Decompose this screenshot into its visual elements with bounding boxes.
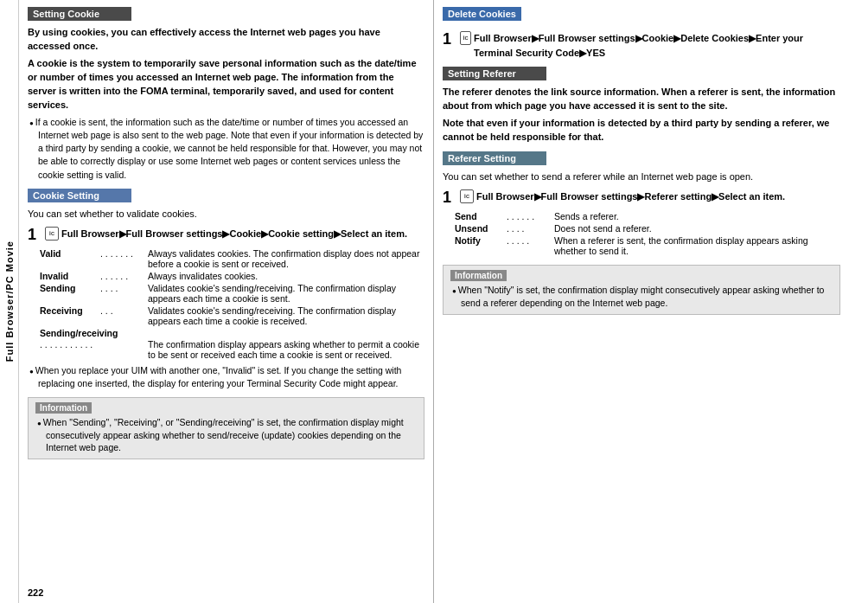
right-column: Delete Cookies 1 ic Full Browser▶Full Br… <box>434 0 849 603</box>
referer-setting-sub-header: Referer Setting <box>443 151 546 165</box>
referer-detail-unsend: Unsend . . . . Does not send a referer. <box>455 223 840 234</box>
referer-step-content: Full Browser▶Full Browser settings▶Refer… <box>476 189 785 204</box>
delete-step-content: Full Browser▶Full Browser settings▶Cooki… <box>474 31 840 60</box>
referer-intro-2: Note that even if your information is de… <box>443 117 840 144</box>
step-1-number: 1 <box>28 227 40 244</box>
referer-detail-send: Send . . . . . . Sends a referer. <box>455 211 840 221</box>
intro-para-1: By using cookies, you can effectively ac… <box>28 26 424 54</box>
left-info-header: Information <box>35 402 92 414</box>
page-number: 222 <box>28 587 43 598</box>
left-info-box: Information ●When "Sending", "Receiving"… <box>28 397 424 459</box>
detail-valid: Valid . . . . . . . Always validates coo… <box>40 248 424 269</box>
cookie-setting-header: Cookie Setting <box>28 189 131 202</box>
detail-sending-receiving: Sending/receiving <box>40 328 424 338</box>
detail-sending-receiving-desc: . . . . . . . . . . . The confirmation d… <box>40 339 424 360</box>
delete-step-block: 1 ic Full Browser▶Full Browser settings▶… <box>443 31 840 60</box>
cookie-setting-intro: You can set whether to validate cookies. <box>28 208 424 221</box>
left-column: Setting Cookie By using cookies, you can… <box>19 0 434 603</box>
detail-sending: Sending . . . . Validates cookie's sendi… <box>40 283 424 304</box>
delete-cookies-header: Delete Cookies <box>443 7 521 21</box>
step-1-content: Full Browser▶Full Browser settings▶Cooki… <box>61 227 407 241</box>
delete-step-icon: ic <box>460 31 471 45</box>
intro-para-2: A cookie is the system to temporarily sa… <box>28 57 424 112</box>
main-section-header: Setting Cookie <box>28 7 131 21</box>
right-info-box: Information ●When "Notify" is set, the c… <box>443 265 840 314</box>
main-bullet: If a cookie is sent, the information suc… <box>28 116 424 182</box>
delete-step-number: 1 <box>443 31 455 48</box>
referer-step-block: 1 ic Full Browser▶Full Browser settings▶… <box>443 189 840 207</box>
referer-setting-intro: You can set whether to send a referer wh… <box>443 170 840 184</box>
setting-referer-header: Setting Referer <box>443 67 546 80</box>
sidebar-label: Full Browser/PC Movie <box>4 241 15 362</box>
referer-intro-1: The referer denotes the link source info… <box>443 86 840 113</box>
right-info-bullet: ●When "Notify" is set, the confirmation … <box>450 284 833 309</box>
referer-step-icon: ic <box>460 189 474 203</box>
step-1-icon: ic <box>45 227 59 241</box>
referer-step-number: 1 <box>443 189 455 207</box>
right-info-header: Information <box>450 270 507 281</box>
sidebar-strip: Full Browser/PC Movie <box>0 0 19 603</box>
step-1-block: 1 ic Full Browser▶Full Browser settings▶… <box>28 227 424 244</box>
left-info-bullet: ●When "Sending", "Receiving", or "Sendin… <box>35 416 417 454</box>
detail-invalid: Invalid . . . . . . Always invalidates c… <box>40 271 424 281</box>
bullet-uim: ●When you replace your UIM with another … <box>28 364 424 389</box>
referer-detail-notify: Notify . . . . . When a referer is sent,… <box>455 235 840 256</box>
detail-receiving: Receiving . . . Validates cookie's sendi… <box>40 305 424 326</box>
